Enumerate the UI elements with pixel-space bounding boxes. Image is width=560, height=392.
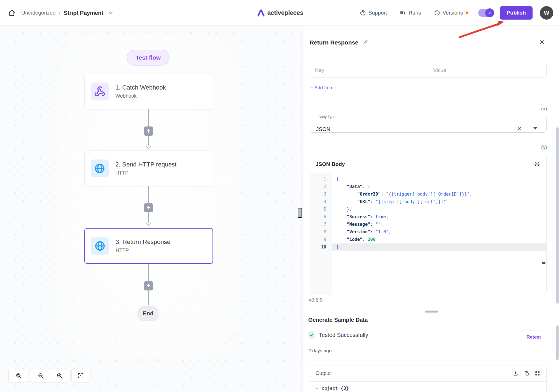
toggle-check-icon: ✓ — [485, 8, 494, 17]
zoom-in-button[interactable] — [50, 369, 69, 382]
code-line[interactable]: 1{ — [310, 175, 546, 183]
download-output-button[interactable] — [512, 370, 519, 377]
arrow-down-icon — [145, 220, 151, 226]
close-icon: ✕ — [539, 39, 545, 46]
editor-scrollbar-thumb[interactable] — [542, 262, 545, 264]
fit-to-view-icon — [77, 372, 84, 379]
step-card-return-response[interactable]: 3. Return Response HTTP — [84, 228, 213, 264]
code-line[interactable]: 10} — [310, 243, 546, 251]
close-panel-button[interactable]: ✕ — [539, 39, 545, 46]
connector-line — [148, 186, 149, 203]
code-line[interactable]: 3 "OrderID": "{{trigger['body']['OrderID… — [310, 191, 546, 198]
connector-line — [148, 264, 149, 281]
code-line[interactable]: 9 "Code": 200 — [310, 236, 546, 243]
zoom-reset-button[interactable] — [8, 369, 29, 383]
runs-label: Runs — [409, 10, 421, 16]
step-subtitle: HTTP — [116, 248, 171, 253]
zoom-out-button[interactable] — [31, 369, 50, 382]
step-subtitle: HTTP — [115, 170, 177, 176]
panel-drag-handle[interactable] — [425, 311, 438, 313]
code-editor[interactable]: 1{2 "Data": {3 "OrderID": "{{trigger['bo… — [310, 173, 546, 295]
copy-icon — [524, 371, 529, 376]
home-button[interactable] — [7, 8, 17, 18]
top-bar: Uncategorized / Stript Payment activepie… — [0, 0, 560, 26]
add-step-button[interactable] — [144, 126, 153, 136]
chevron-down-icon[interactable] — [314, 386, 319, 391]
code-line[interactable]: 8 "Version": "1.0", — [310, 228, 546, 236]
versions-button[interactable]: Versions — [434, 10, 463, 16]
download-icon — [513, 371, 518, 376]
connector-line — [148, 109, 149, 126]
body-type-label: Body Type — [317, 115, 337, 119]
step-title: 2. Send HTTP request — [115, 161, 177, 168]
clear-selection-button[interactable]: ✕ — [517, 125, 522, 133]
retest-button[interactable]: Retest — [521, 330, 546, 344]
body-type-select[interactable]: Body Type JSON ✕ — [310, 115, 547, 133]
test-flow-button[interactable]: Test flow — [127, 50, 169, 65]
pencil-icon — [363, 40, 368, 45]
runs-button[interactable]: Runs — [400, 10, 421, 16]
versions-label: Versions — [443, 10, 463, 16]
activepieces-logo-icon — [257, 9, 265, 17]
canvas-zoom-toolbar — [8, 369, 90, 383]
avatar[interactable]: W — [540, 6, 553, 20]
output-tree-root[interactable]: object {3} — [310, 382, 546, 392]
add-item-button[interactable]: + Add Item — [311, 85, 333, 91]
output-node-type: object — [322, 386, 338, 391]
test-timestamp: 2 days ago — [308, 348, 332, 354]
expand-output-button[interactable] — [534, 370, 541, 377]
code-line[interactable]: 5 }, — [310, 206, 546, 213]
flow-canvas[interactable]: Test flow 1. Catch Webhook Webhook 2. Se… — [0, 26, 302, 392]
flow-name[interactable]: Stript Payment — [64, 10, 103, 16]
home-icon — [8, 9, 16, 17]
dropdown-caret-icon[interactable] — [533, 127, 537, 130]
zoom-reset-icon — [15, 372, 22, 379]
step-card-catch-webhook[interactable]: 1. Catch Webhook Webhook — [84, 74, 213, 109]
copy-output-button[interactable] — [523, 370, 530, 377]
expand-icon — [535, 371, 540, 376]
insert-variable-icon[interactable]: (x) — [535, 144, 547, 150]
publish-button[interactable]: Publish — [500, 6, 533, 20]
success-check-icon — [308, 331, 315, 339]
help-circle-icon — [360, 10, 366, 16]
panel-section-divider — [303, 309, 560, 309]
panel-resize-handle[interactable] — [298, 208, 302, 218]
panel-scrollbar-thumb[interactable] — [556, 127, 559, 304]
rename-step-button[interactable] — [362, 39, 369, 46]
zoom-button-group — [31, 369, 69, 383]
add-step-button[interactable] — [144, 203, 153, 212]
value-input[interactable] — [428, 63, 546, 78]
clear-icon: ✕ — [517, 126, 522, 132]
code-line[interactable]: 7 "Message": "", — [310, 221, 546, 228]
panel-scrollbar-thumb[interactable] — [556, 325, 559, 360]
insert-variable-icon[interactable]: (x) — [535, 106, 547, 112]
step-title: 1. Catch Webhook — [115, 84, 166, 91]
support-label: Support — [368, 10, 387, 16]
panel-title: Return Response — [310, 39, 358, 46]
chevron-down-icon[interactable] — [108, 10, 113, 15]
json-body-label: JSON Body — [316, 161, 345, 167]
code-line[interactable]: 4 "URL": "{{step_1['body']['url']}}" — [310, 198, 546, 206]
flow-builder-app: Uncategorized / Stript Payment activepie… — [0, 0, 560, 392]
step-settings-panel: Return Response ✕ + Add Item (x) Body Ty… — [302, 26, 560, 392]
headers-key-value-row — [310, 63, 547, 78]
flow-end-badge: End — [137, 306, 159, 321]
flow-enabled-toggle[interactable]: ✓ — [478, 9, 494, 17]
key-input[interactable] — [310, 63, 428, 78]
support-button[interactable]: Support — [360, 10, 387, 16]
json-body-editor: JSON Body 1{2 "Data": {3 "OrderID": "{{t… — [310, 155, 547, 295]
step-card-send-http-request[interactable]: 2. Send HTTP request HTTP — [84, 151, 213, 186]
output-node-count: {3} — [341, 386, 349, 391]
breadcrumb-category[interactable]: Uncategorized — [21, 10, 56, 16]
ai-assist-button[interactable] — [533, 161, 541, 168]
sparkle-icon — [534, 161, 540, 167]
history-icon — [434, 10, 440, 16]
step-subtitle: Webhook — [115, 93, 166, 99]
test-status-label: Tested Successfully — [319, 332, 368, 338]
add-step-button[interactable] — [144, 281, 153, 290]
code-line[interactable]: 6 "Success": true, — [310, 213, 546, 221]
breadcrumb-separator: / — [59, 10, 60, 16]
fit-to-view-button[interactable] — [71, 369, 90, 383]
code-line[interactable]: 2 "Data": { — [310, 183, 546, 191]
generate-sample-data-title: Generate Sample Data — [308, 317, 368, 323]
